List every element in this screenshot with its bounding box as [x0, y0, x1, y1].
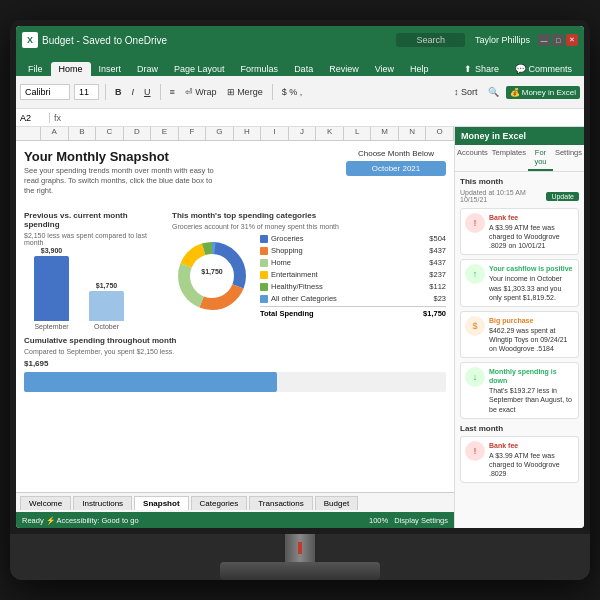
status-text: Ready ⚡ Accessibility: Good to go — [22, 516, 139, 525]
wrap-button[interactable]: ⏎ Wrap — [182, 86, 220, 98]
donut-chart-section: This month's top spending categories Gro… — [172, 211, 446, 330]
font-size-selector[interactable] — [74, 84, 99, 100]
svg-text:$1,750: $1,750 — [201, 268, 223, 276]
legend-other: All other Categories $23 — [260, 294, 446, 303]
underline-button[interactable]: U — [141, 86, 154, 98]
panel-tab-templates[interactable]: Templates — [490, 145, 528, 171]
legend-total: Total Spending $1,750 — [260, 306, 446, 318]
insight-cashflow: ↑ Your cashflow is positive Your income … — [460, 259, 579, 306]
insight-last-month-fee: ! Bank fee A $3.99 ATM fee was charged t… — [460, 436, 579, 483]
bar-october: $1,750 October — [89, 282, 124, 330]
ribbon-tabs: File Home Insert Draw Page Layout Formul… — [16, 54, 584, 76]
month-selector[interactable]: October 2021 — [346, 161, 446, 176]
sheet-tab-snapshot[interactable]: Snapshot — [134, 496, 188, 510]
title-bar: X Budget - Saved to OneDrive Search Tayl… — [16, 26, 584, 54]
insight-text-last-fee: A $3.99 ATM fee was charged to Woodgrove… — [489, 452, 560, 477]
sheet-tab-instructions[interactable]: Instructions — [73, 496, 132, 510]
sheet-tab-categories[interactable]: Categories — [191, 496, 248, 510]
cumulative-bar-container — [24, 372, 446, 392]
legend-home: Home $437 — [260, 258, 446, 267]
panel-header: Money in Excel — [455, 127, 584, 145]
last-month-label: Last month — [460, 424, 579, 433]
tab-formulas[interactable]: Formulas — [233, 62, 287, 76]
tab-view[interactable]: View — [367, 62, 402, 76]
bold-button[interactable]: B — [112, 86, 125, 98]
font-selector[interactable] — [20, 84, 70, 100]
toolbar-separator-2 — [160, 84, 161, 100]
bar-chart-section: Previous vs. current month spending $2,1… — [24, 211, 164, 330]
sheet-tab-welcome[interactable]: Welcome — [20, 496, 71, 510]
tab-insert[interactable]: Insert — [91, 62, 130, 76]
insight-icon-fee: ! — [465, 213, 485, 233]
legend-dot-entertainment — [260, 271, 268, 279]
insight-tag-purchase: Big purchase — [489, 316, 574, 325]
italic-button[interactable]: I — [129, 86, 138, 98]
align-button[interactable]: ≡ — [167, 86, 178, 98]
cell-reference[interactable]: A2 — [20, 113, 50, 123]
status-right: 100% Display Settings — [369, 516, 448, 525]
insight-text-fee: A $3.99 ATM fee was charged to Woodgrove… — [489, 224, 560, 249]
bar-oct-value: $1,750 — [96, 282, 117, 289]
tab-file[interactable]: File — [20, 62, 51, 76]
insight-tag-last-fee: Bank fee — [489, 441, 574, 450]
comments-button[interactable]: 💬 Comments — [507, 62, 580, 76]
cumulative-section: Cumulative spending throughout month Com… — [24, 336, 446, 392]
tab-home[interactable]: Home — [51, 62, 91, 76]
bar-oct-bar — [89, 291, 124, 321]
row-header-spacer — [16, 127, 41, 140]
formula-bar: A2 fx — [16, 109, 584, 127]
maximize-button[interactable]: □ — [552, 34, 564, 46]
cumulative-bar-fill — [24, 372, 277, 392]
close-button[interactable]: ✕ — [566, 34, 578, 46]
choose-month-label: Choose Month Below — [346, 149, 446, 158]
update-button[interactable]: Update — [546, 192, 579, 201]
sheet-tab-transactions[interactable]: Transactions — [249, 496, 313, 510]
zoom-level: 100% — [369, 516, 388, 525]
col-E: E — [151, 127, 179, 140]
donut-chart-svg: $1,750 — [172, 236, 252, 316]
panel-tab-accounts[interactable]: Accounts — [455, 145, 490, 171]
excel-icon: X — [22, 32, 38, 48]
svg-point-6 — [194, 258, 230, 294]
col-O: O — [426, 127, 454, 140]
panel-tab-foryou[interactable]: For you — [528, 145, 553, 171]
worksheet-wrapper: Your Monthly Snapshot See your spending … — [16, 141, 454, 492]
charts-area: Previous vs. current month spending $2,1… — [24, 211, 446, 330]
title-bar-left: X Budget - Saved to OneDrive — [22, 32, 386, 48]
donut-chart-title: This month's top spending categories — [172, 211, 446, 220]
money-excel-btn[interactable]: 💰 Money in Excel — [506, 86, 580, 99]
insight-tag-cashflow: Your cashflow is positive — [489, 264, 574, 273]
bar-chart-subtitle: $2,150 less was spent compared to last m… — [24, 232, 164, 246]
sort-button[interactable]: ↕ Sort — [451, 86, 481, 98]
tab-data[interactable]: Data — [286, 62, 321, 76]
legend-dot-home — [260, 259, 268, 267]
find-button[interactable]: 🔍 — [485, 86, 502, 98]
update-time: Updated at 10:15 AM 10/15/21 — [460, 189, 546, 203]
column-headers: A B C D E F G H I J K L M N O — [16, 127, 454, 141]
panel-tab-settings[interactable]: Settings — [553, 145, 584, 171]
display-settings[interactable]: Display Settings — [394, 516, 448, 525]
col-A: A — [41, 127, 69, 140]
tab-page-layout[interactable]: Page Layout — [166, 62, 233, 76]
search-box[interactable]: Search — [396, 33, 465, 47]
sheet-tab-budget[interactable]: Budget — [315, 496, 358, 510]
tab-help[interactable]: Help — [402, 62, 437, 76]
tab-review[interactable]: Review — [321, 62, 367, 76]
donut-legend: Groceries $504 Shopping — [260, 234, 446, 318]
tab-draw[interactable]: Draw — [129, 62, 166, 76]
share-button[interactable]: ⬆ Share — [456, 62, 507, 76]
monitor-bezel: X Budget - Saved to OneDrive Search Tayl… — [10, 20, 590, 534]
minimize-button[interactable]: — — [538, 34, 550, 46]
col-N: N — [399, 127, 427, 140]
cumulative-value: $1,695 — [24, 359, 446, 368]
main-content: A B C D E F G H I J K L M N O — [16, 127, 584, 528]
col-B: B — [69, 127, 97, 140]
legend-dot-fitness — [260, 283, 268, 291]
window-title: Budget - Saved to OneDrive — [42, 35, 167, 46]
bar-chart: $3,900 September $1,750 October — [24, 250, 164, 330]
legend-dot-shopping — [260, 247, 268, 255]
legend-dot-groceries — [260, 235, 268, 243]
format-button[interactable]: $ % , — [279, 86, 306, 98]
legend-shopping: Shopping $437 — [260, 246, 446, 255]
merge-button[interactable]: ⊞ Merge — [224, 86, 266, 98]
